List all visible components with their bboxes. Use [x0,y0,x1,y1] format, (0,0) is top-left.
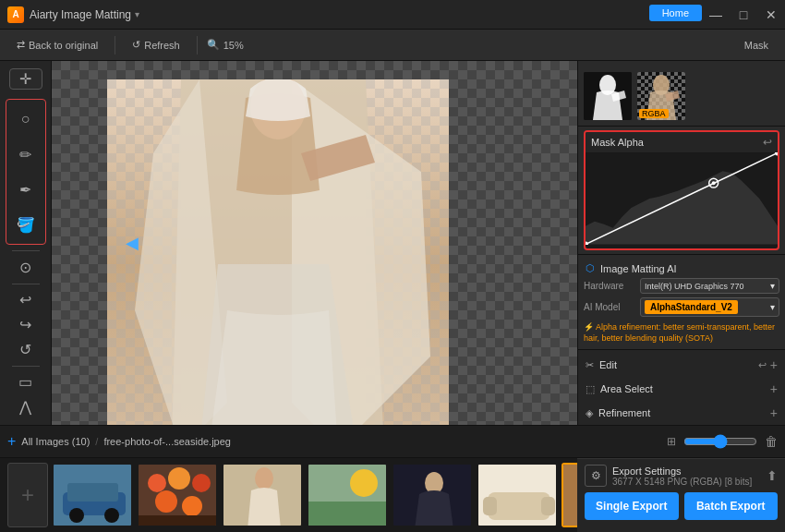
canvas-area[interactable]: ◀ [52,61,577,425]
refinement-icon: ◈ [586,407,593,419]
stamp-icon: ✒ [19,181,31,199]
zoom-control: 🔍 15% [207,39,244,51]
mask-label: Mask [737,37,776,54]
film-thumb-2[interactable] [137,463,218,527]
home-button[interactable]: Home [649,5,702,21]
refinement-actions: + [770,405,778,420]
area-select-title: ⬚ Area Select [586,383,653,395]
collapse-icon: ⋀ [19,398,31,416]
close-button[interactable]: ✕ [757,0,785,30]
mask-preview-row: RGBA [584,72,779,120]
area-select-section-header[interactable]: ⬚ Area Select + [584,378,779,400]
refinement-section-header[interactable]: ◈ Refinement + [584,402,779,424]
batch-export-button[interactable]: Batch Export [684,492,779,520]
svg-rect-34 [67,483,118,502]
area-select-add-icon[interactable]: + [770,381,778,396]
maximize-button[interactable]: □ [730,0,757,30]
path-separator: / [95,436,98,447]
hardware-select[interactable]: Intel(R) UHD Graphics 770 ▾ [640,278,779,294]
model-select[interactable]: AlphaStandard_V2 ▾ [640,297,779,317]
refresh-button[interactable]: ↺ Refresh [125,36,187,54]
app-logo: A [7,6,24,23]
refinement-title: ◈ Refinement [586,407,650,419]
reset-button[interactable]: ↺ [9,339,42,360]
svg-point-32 [69,508,84,523]
redo-button[interactable]: ↪ [9,314,42,335]
mask-alpha-panel: Mask Alpha ↩ [584,130,779,250]
svg-rect-50 [488,492,550,520]
export-settings-title: Export Settings [612,466,761,477]
film-thumb-4[interactable] [307,463,388,527]
svg-point-36 [148,474,166,492]
reset-icon: ↺ [19,341,31,358]
rgba-label: RGBA [639,109,669,118]
ai-note-icon: ⚡ [584,322,594,332]
pan-arrow-icon[interactable]: ◀ [126,233,139,253]
hardware-chevron-icon: ▾ [770,281,775,291]
undo-button[interactable]: ↩ [9,289,42,310]
move-icon: ✛ [19,70,31,88]
brush-icon: ○ [21,111,30,127]
film-thumb-6[interactable] [477,463,558,527]
area-select-section: ⬚ Area Select + [584,378,779,400]
single-export-button[interactable]: Single Export [585,492,679,520]
filmstrip-resize-icon[interactable]: ⊞ [667,435,676,448]
film-thumb-3[interactable] [222,463,303,527]
export-settings-sub: 3677 X 5148 PNG (RGBA) [8 bits] [612,477,761,487]
edit-add-icon[interactable]: + [770,357,778,372]
image-matting-section-header[interactable]: ⬡ Image Matting AI [584,259,779,278]
edit-actions: ↩ + [758,357,778,372]
film-thumb-1[interactable] [52,463,133,527]
right-panel: RGBA Mask Alpha ↩ [577,61,785,425]
export-area: ⚙ Export Settings 3677 X 5148 PNG (RGBA)… [577,458,785,532]
svg-point-38 [192,474,211,492]
toolbar: ⇄ Back to original ↺ Refresh 🔍 15% Mask [0,30,785,61]
filmstrip-bar: + All Images (10) / free-photo-of-...sea… [0,425,785,458]
filmstrip-delete-icon[interactable]: 🗑 [765,434,778,449]
rect-tool-button[interactable]: ▭ [9,371,42,393]
export-settings-icon[interactable]: ⚙ [585,465,607,487]
back-to-original-button[interactable]: ⇄ Back to original [9,36,105,54]
mask-alpha-header: Mask Alpha ↩ [586,132,778,152]
add-large-button[interactable]: + [7,463,48,527]
mask-alpha-chart[interactable] [586,152,778,245]
minimize-button[interactable]: — [702,0,730,30]
right-bottom-panel: ✂ Edit ↩ + ⬚ Area Select + [578,349,785,425]
pen-tool-button[interactable]: ✏ [9,138,42,171]
brush-tool-button[interactable]: ○ [9,103,42,136]
rect-icon: ▭ [18,373,32,391]
hardware-row: Hardware Intel(R) UHD Graphics 770 ▾ [584,278,779,294]
mask-bw-preview[interactable] [584,72,632,120]
edit-section: ✂ Edit ↩ + [584,354,779,376]
fill-tool-button[interactable]: 🪣 [9,208,42,241]
dot-tool-button[interactable]: ⊙ [9,257,42,278]
tool-separator [12,250,40,251]
redo-icon: ↪ [19,316,31,333]
filmstrip-zoom-slider[interactable] [683,434,757,449]
add-icon-small[interactable]: + [7,433,16,450]
film-thumb-5[interactable] [392,463,473,527]
filmstrip: + [0,458,785,532]
move-tool-button[interactable]: ✛ [9,68,42,90]
model-chevron-icon: ▾ [770,302,775,312]
app-title: Aiarty Image Matting [30,8,131,21]
collapse-button[interactable]: ⋀ [9,396,42,417]
window-controls: — □ ✕ [702,0,785,30]
svg-rect-51 [483,497,497,515]
edit-undo-icon[interactable]: ↩ [758,359,767,371]
svg-point-33 [104,508,119,523]
svg-point-39 [155,490,177,513]
filmstrip-info: + All Images (10) / free-photo-of-...sea… [7,433,231,450]
edit-section-header[interactable]: ✂ Edit ↩ + [584,354,779,376]
mask-alpha-undo-icon[interactable]: ↩ [763,136,772,149]
mask-rgba-preview[interactable]: RGBA [637,72,685,120]
refinement-add-icon[interactable]: + [770,405,778,420]
filename-label: free-photo-of-...seaside.jpeg [103,436,231,447]
all-images-label: All Images (10) [21,436,90,447]
dot-icon: ⊙ [19,259,31,276]
svg-point-14 [712,181,716,185]
area-select-icon: ⬚ [586,383,595,395]
stamp-tool-button[interactable]: ✒ [9,173,42,206]
export-settings-expand-icon[interactable]: ⬆ [767,468,778,483]
model-value: AlphaStandard_V2 [645,300,738,314]
